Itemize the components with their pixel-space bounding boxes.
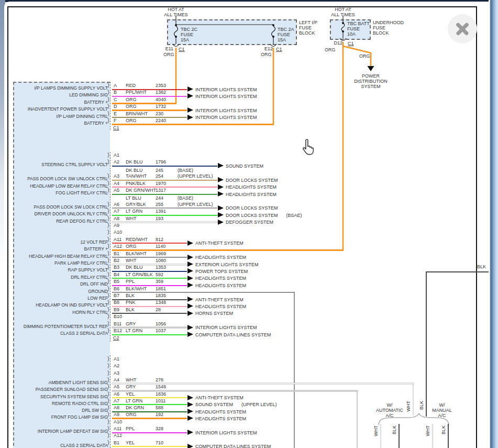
wire-color-line: LT GRN/BLK592 (126, 272, 178, 277)
wire-color-label: ORG (163, 52, 174, 57)
wire-color-label: ORG (359, 53, 370, 59)
pin-bracket: ) (107, 432, 109, 438)
wire-arrow (187, 409, 193, 414)
wire-arrow (187, 115, 193, 120)
function-label: LED DIMMING SIG (15, 92, 108, 97)
wire-color-line: DK GRN588 (126, 405, 178, 410)
function-label: DRL SW SIG (15, 408, 108, 413)
pin-label: B1 (114, 251, 119, 256)
system-target: HEADLIGHTS SYSTEM (195, 255, 246, 260)
wire-color-line: BLK/WHT1969 (126, 251, 178, 256)
system-target: COMPUTER DATA LINES SYSTEM (195, 332, 271, 337)
wire-color-line: BLK1835 (126, 293, 178, 298)
pin-label: C (114, 97, 117, 102)
wire-arrow (187, 332, 193, 337)
system-target: POWER TOPS SYSTEM (195, 269, 248, 274)
pin-label: A8 (114, 405, 119, 410)
wire-color-line: RED2353 (126, 83, 178, 88)
pin-label: B2 (114, 258, 119, 263)
pin-label: A12 (114, 244, 122, 249)
wire-color-line: LT GRN1011 (126, 398, 178, 403)
wire-arrow (218, 191, 224, 196)
pin-label: A (114, 83, 117, 88)
system-target: HEADLIGHTS SYSTEM (195, 409, 246, 414)
wire-arrow (187, 282, 193, 288)
wire-arrow (187, 444, 193, 448)
pin-label: A9 (114, 223, 119, 228)
function-label: DRL OFF IND (15, 281, 108, 287)
function-label: REMOTE RADIO CTRL SIG (15, 401, 108, 406)
function-label: INADVERTENT POWER SUPPLY VOLT (15, 106, 108, 112)
hot-label-line: HOT AT (157, 7, 195, 12)
fuse-tbc2a-label: TBC 2A FUSE 15A (278, 27, 294, 42)
function-label: STEERING CTRL SUPPLY VOLT (15, 162, 108, 167)
system-target: DOOR LOCKS SYSTEM (226, 178, 278, 183)
wire-arrow (187, 297, 193, 302)
pin-label: A4 (114, 181, 119, 186)
wire-color-line: GRY1056 (126, 321, 178, 326)
system-target: HEADLIGHTS SYSTEM (195, 283, 246, 288)
vertical-scrollbar[interactable] (489, 0, 498, 448)
close-button[interactable] (448, 14, 477, 43)
pin-label: A10 (114, 419, 122, 424)
hot-label-line: ALL TIMES (157, 12, 195, 17)
wire-arrow (187, 276, 193, 281)
function-label: HORN RLY CTRL (15, 310, 108, 315)
system-target: INTERIOR LIGHTS SYSTEM (195, 430, 257, 435)
wire-color-line: DK BLU1796 (126, 159, 178, 165)
pin-bracket: ) (107, 229, 109, 234)
pin-bracket: ) (107, 370, 109, 375)
pin-label: A1 (114, 152, 119, 158)
pin-label: A8 (114, 216, 119, 221)
system-target: HEADLIGHTS SYSTEM (195, 276, 246, 281)
connector-end-label: C2 (113, 335, 119, 341)
pin-label: B12 (114, 328, 122, 333)
pin-bracket: ) (107, 222, 109, 227)
system-target: HEADLIGHTS SYSTEM (195, 304, 246, 309)
wire-color-line: WHT278 (126, 377, 178, 383)
wire-arrow (187, 255, 193, 260)
wire-color-line: LT GRN1391 (126, 209, 178, 214)
wire-arrow (187, 325, 193, 330)
connector-boundary-c2 (110, 152, 110, 342)
wire-arrow (187, 395, 193, 400)
wire-color-label: WHT (406, 401, 411, 412)
fuse-pin-e11: E11 (160, 46, 173, 51)
function-label: RAP SUPPLY VOLT (15, 267, 108, 272)
hot-at-all-times-left: HOT AT ALL TIMES (157, 7, 195, 17)
wire-color-line: LT GRN1037 (126, 328, 178, 333)
wire-color-line: ORG2240 (126, 118, 178, 123)
function-label: PASSENGER SUNLOAD SENS SIG (15, 387, 108, 392)
wire-arrow (187, 268, 193, 274)
wire-color-line: PNK1348 (126, 300, 178, 305)
wire-color-line: YEL1836 (126, 391, 178, 397)
power-distribution-target: POWER DISTRIBUTION SYSTEM (349, 73, 393, 89)
pin-label: A12 (114, 433, 122, 438)
function-label: INTERIOR LAMP DEFEAT SW SIG (15, 429, 108, 434)
wire-arrow (187, 402, 193, 407)
wire-arrow (187, 93, 193, 99)
function-label: DRL RELAY CTRL (15, 275, 108, 280)
function-label: HEADLAMP HIGH BEAM RELAY CTRL (15, 254, 108, 259)
system-target: INTERIOR LIGHTS SYSTEM (195, 87, 257, 92)
wire (112, 432, 187, 433)
wire-color-line: PPL359 (126, 279, 178, 284)
pin-label: E (114, 111, 117, 116)
pin-bracket: ) (107, 363, 109, 368)
wire-color-label: BLK (419, 401, 424, 410)
wire (112, 166, 217, 167)
pin-label: A11 (114, 426, 121, 431)
system-target: ANTI-THEFT SYSTEM (195, 395, 244, 400)
system-target: INTERIOR LIGHTS SYSTEM (195, 94, 257, 99)
function-label: HEADLAMP LOW BEAM RELAY CTRL (15, 183, 108, 189)
fuse-conn-c1: C1 (276, 47, 282, 52)
pin-label: B11 (114, 321, 121, 326)
function-label: PARK LAMP RELAY CTRL (15, 260, 108, 266)
system-target: DOOR LOCKS SYSTEM(BSAE) (226, 213, 302, 218)
wire-color-line: GRY/BLK255(UPPER LEVEL) (126, 202, 213, 207)
wire-color-line: LT BLU244(BASE) (126, 195, 193, 201)
system-target: INTERIOR LIGHTS SYSTEM (195, 115, 257, 120)
hot-label-line: HOT AT (324, 7, 362, 12)
wire-color-label: ORG (261, 52, 272, 57)
pin-label: A2 (114, 159, 119, 165)
